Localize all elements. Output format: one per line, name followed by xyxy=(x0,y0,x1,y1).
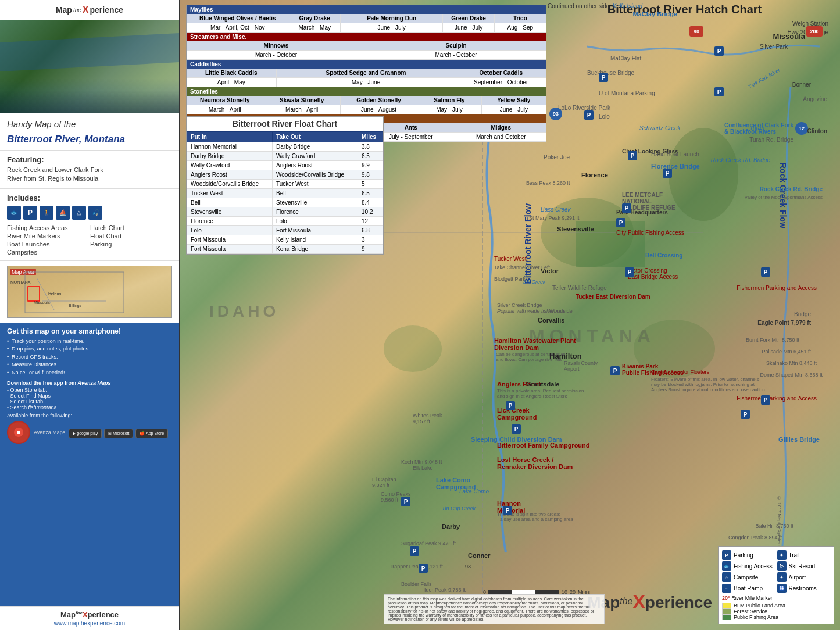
stoneflies-cols-header: Neumora Stonefly Skwala Stonefly Golden … xyxy=(187,96,546,105)
float-chart-title: Bitterroot River Float Chart xyxy=(187,117,383,131)
maclay-bridge: MaClay Bridge xyxy=(633,10,677,17)
avenza-logo xyxy=(7,421,30,444)
col-bwo: Blue Winged Olives / Baetis xyxy=(187,14,289,23)
featuring-text-1: Rock Creek and Lower Clark Fork xyxy=(7,166,172,174)
hiker-icon: 🚶 xyxy=(40,206,53,220)
includes-section: Includes: 🐟 P 🚶 ⛵ △ 🎣 Fishing Access Are… xyxy=(0,189,179,261)
mini-map-svg: Helena Missoula Billings MONTANA xyxy=(8,266,171,317)
miles-1: 3.8 xyxy=(358,142,383,152)
stoneflies-data-row: March - April March - April June - Augus… xyxy=(187,105,546,114)
continued-text: Continued on other side: Kelly Island xyxy=(548,3,642,9)
download-section: Download the free app from Avenza Maps -… xyxy=(7,380,172,410)
col-midges: Midges xyxy=(456,123,546,132)
miles-7: 8.4 xyxy=(358,198,383,207)
legend-forest: Forest Service xyxy=(722,608,830,614)
p-icon-kiwanis: P xyxy=(610,366,620,375)
logo-map-text: Map xyxy=(56,5,72,15)
turah-label: Turah xyxy=(750,125,764,131)
p-icon-darby2: P xyxy=(419,564,428,573)
idaho-label: IDAHO xyxy=(209,302,279,321)
trapper-peak-label: Trapper Peak 10,121 ft xyxy=(389,564,443,570)
mini-map-container: Map Area Helena Missoula Billings MONTAN… xyxy=(0,261,179,323)
bullet-4: Measure Distances. xyxy=(7,361,172,369)
legend-p-icon: P xyxy=(722,550,731,560)
map-brand-bottom: MaptheXperience xyxy=(587,591,712,613)
take-out-1: Darby Bridge xyxy=(273,142,358,152)
take-out-11: Kelly Island xyxy=(273,235,358,245)
rock-creek-rd-label: Rock Creek Rd. Bridge xyxy=(711,157,770,163)
includes-item-5: Hatch Chart xyxy=(90,224,172,231)
put-in-9: Florence xyxy=(187,217,273,226)
gillies-bridge-label: Gillies Bridge xyxy=(778,436,820,443)
p-icon-fishermen: P xyxy=(761,267,770,277)
p-icon-darby: P xyxy=(410,546,419,556)
includes-item-1: Fishing Access Areas xyxy=(7,224,89,231)
take-out-3: Anglers Roost xyxy=(273,161,358,170)
mayflies-data-row: Mar - April, Oct - Nov March - May June … xyxy=(187,23,546,33)
st-mary-peak-label: St Mary Peak 9,291 ft xyxy=(529,215,580,221)
hwy200-marker: 200 xyxy=(806,26,823,37)
miles-10: 6.8 xyxy=(358,226,383,235)
p-icon-anglers: P xyxy=(506,401,515,410)
app-store-badge[interactable]: 🍎 App Store xyxy=(135,429,168,438)
legend-ski: ⛷ Ski Resort xyxy=(777,561,831,571)
footer-url[interactable]: www.mapthexperience.com xyxy=(7,620,172,627)
legend-ski-icon: ⛷ xyxy=(777,561,787,571)
stevensville-label: Stevensville xyxy=(557,225,594,232)
featuring-title: Featuring: xyxy=(7,155,172,164)
u-montana-label: U of Montana Parking xyxy=(599,90,655,96)
table-row: FlorenceLolo12 xyxy=(187,217,383,226)
take-out-12: Kona Bridge xyxy=(273,245,358,254)
take-out-10: Fort Missoula xyxy=(273,226,358,235)
legend-blm-color xyxy=(722,603,731,608)
oct-caddis-time: September - October xyxy=(456,78,546,87)
bullet-2: Drop pins, add notes, plot photos. xyxy=(7,345,172,353)
take-out-4: Woodside/Corvallis Bridge xyxy=(273,170,358,180)
sidebar-footer: MaptheXperience www.mapthexperience.com xyxy=(0,606,179,630)
col-take-out: Take Out xyxy=(273,132,358,142)
caddis-cols-header: Little Black Caddis Spotted Sedge and Gr… xyxy=(187,69,546,78)
put-in-4: Anglers Roost xyxy=(187,170,273,180)
salmon-time: May - July xyxy=(417,105,481,114)
col-put-in: Put In xyxy=(187,132,273,142)
neumora-time: March - April xyxy=(187,105,263,114)
legend-airport-label: Airport xyxy=(789,574,806,581)
put-in-8: Stevensville xyxy=(187,207,273,217)
includes-item-3: Boat Launches xyxy=(7,241,89,248)
green-drake-time: June - July xyxy=(443,23,494,32)
miles-4: 9.8 xyxy=(358,170,383,180)
table-row: LoloFort Missoula6.8 xyxy=(187,226,383,235)
palisade-label: Palisade Mtn 6,451 ft xyxy=(762,349,811,355)
take-out-7: Stevensville xyxy=(273,198,358,207)
col-neumora: Neumora Stonefly xyxy=(187,96,263,105)
disclaimer-box: The information on this map was derived … xyxy=(384,594,605,624)
take-out-5: Tucker West xyxy=(273,180,358,189)
microsoft-badge[interactable]: ⊞ Microsoft xyxy=(104,429,133,438)
smartphone-section: Get this map on your smartphone! Track y… xyxy=(0,323,179,606)
sidebar: Map the X perience Handy Map of the Bitt… xyxy=(0,0,180,630)
table-row: Fort MissoulaKelly Island3 xyxy=(187,235,383,245)
buckhouse-bridge-label: Buckhouse Bridge xyxy=(587,70,634,76)
caddis-header: Caddisflies xyxy=(187,60,546,69)
mayflies-cols-header: Blue Winged Olives / Baetis Gray Drake P… xyxy=(187,14,546,23)
p-icon-fishermen3: P xyxy=(741,410,750,419)
svg-point-9 xyxy=(17,431,20,434)
available-from: Available from the following: xyxy=(7,413,172,418)
logo-x-text: X xyxy=(83,5,89,15)
take-out-2: Wally Crawford xyxy=(273,152,358,161)
svg-text:Billings: Billings xyxy=(69,303,82,308)
includes-item-7: Parking xyxy=(90,241,172,248)
turah-rd-label: Turah Rd. Bridge xyxy=(749,137,793,143)
put-in-10: Lolo xyxy=(187,226,273,235)
google-play-badge[interactable]: ▶ google play xyxy=(69,429,102,438)
legend-public-fishing: Public Fishing Area xyxy=(722,614,830,620)
hamilton-label: Hamilton xyxy=(549,352,582,360)
legend-fishing-label: Fishing Access xyxy=(734,563,773,570)
col-golden: Golden Stonefly xyxy=(341,96,417,105)
hwy93-marker: 93 xyxy=(549,108,562,120)
legend-boat-icon: ≈ xyxy=(722,584,731,593)
woodside-label: Woodside xyxy=(549,308,573,314)
eagle-point-label: Eagle Point 7,979 ft xyxy=(757,320,811,326)
miles-3: 9.9 xyxy=(358,161,383,170)
lbc-time: April - May xyxy=(187,78,277,87)
